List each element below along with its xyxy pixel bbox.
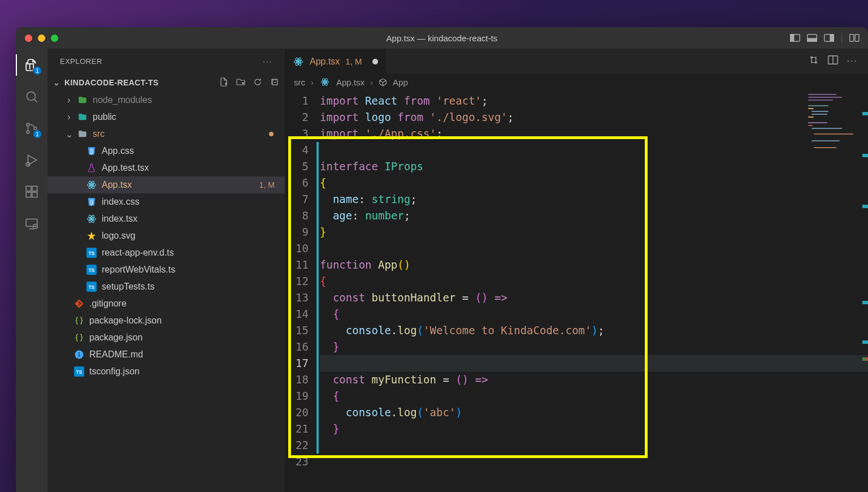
tree-file[interactable]: TSreact-app-env.d.ts xyxy=(47,244,285,261)
zoom-window-icon[interactable] xyxy=(51,34,58,42)
svg-point-49 xyxy=(324,81,326,83)
react-icon xyxy=(86,213,97,225)
tree-file[interactable]: App.tsx1, M xyxy=(47,176,285,193)
overview-ruler[interactable] xyxy=(862,92,868,492)
svg-point-9 xyxy=(27,123,29,126)
tree-file[interactable]: TSreportWebVitals.ts xyxy=(47,261,285,278)
ts-icon: TS xyxy=(86,247,97,258)
react-icon xyxy=(319,76,331,88)
activity-remote[interactable] xyxy=(23,215,40,232)
tree-item-label: reportWebVitals.ts xyxy=(102,265,175,275)
tree-item-label: App.tsx xyxy=(102,180,132,190)
window-controls xyxy=(25,34,58,42)
root-folder-name: KINDACODE-REACT-TS xyxy=(64,78,159,87)
svg-point-24 xyxy=(91,218,93,220)
git-icon xyxy=(73,298,85,309)
svg-rect-6 xyxy=(850,34,854,42)
activity-scm[interactable]: 1 xyxy=(23,120,40,137)
tree-file[interactable]: index.css xyxy=(47,193,285,210)
code-content[interactable]: import React from 'react';import logo fr… xyxy=(320,90,868,492)
activity-explorer[interactable]: 1 xyxy=(23,57,40,74)
tree-file[interactable]: TStsconfig.json xyxy=(47,363,285,380)
toggle-panel-icon[interactable] xyxy=(806,32,818,44)
tree-file[interactable]: TSsetupTests.ts xyxy=(47,278,285,295)
breadcrumb-src[interactable]: src xyxy=(294,77,305,87)
react-icon xyxy=(293,56,304,67)
tree-item-label: logo.svg xyxy=(102,231,136,241)
window-title: App.tsx — kindacode-react-ts xyxy=(387,33,498,43)
svg-point-42 xyxy=(298,61,300,62)
symbol-module-icon xyxy=(379,78,387,87)
css-icon xyxy=(86,145,97,157)
svg-rect-14 xyxy=(26,192,31,197)
breadcrumb-file[interactable]: App.tsx xyxy=(336,77,364,87)
tree-file[interactable]: App.css xyxy=(47,143,285,159)
tree-item-label: package-lock.json xyxy=(89,316,162,326)
explorer-sidebar: EXPLORER ··· ⌄ KINDACODE-REACT-TS ›node_… xyxy=(47,49,285,492)
tree-folder[interactable]: ›node_modules xyxy=(47,92,285,109)
tree-item-label: tsconfig.json xyxy=(89,366,140,377)
tab-app-tsx[interactable]: App.tsx 1, M xyxy=(285,49,386,74)
breadcrumbs[interactable]: src › App.tsx › App xyxy=(285,74,868,90)
breadcrumb-symbol[interactable]: App xyxy=(393,77,408,87)
close-window-icon[interactable] xyxy=(25,34,32,42)
code-editor[interactable]: 1234567891011121314151617181920212223 im… xyxy=(285,90,868,492)
tree-item-label: README.md xyxy=(89,349,143,360)
activity-bar: 1 1 xyxy=(16,49,47,492)
tree-file[interactable]: App.test.tsx xyxy=(47,159,285,176)
info-icon xyxy=(73,349,85,360)
diff-compare-icon[interactable] xyxy=(809,55,819,67)
chevron-down-icon: ⌄ xyxy=(66,129,72,140)
new-folder-icon[interactable] xyxy=(236,77,245,88)
collapse-all-icon[interactable] xyxy=(270,77,279,88)
json-icon xyxy=(73,315,85,326)
svg-rect-1 xyxy=(791,34,794,42)
svg-text:TS: TS xyxy=(89,285,95,290)
tree-item-label: public xyxy=(93,112,116,122)
svg-rect-17 xyxy=(26,219,37,226)
explorer-badge: 1 xyxy=(33,66,42,75)
svg-rect-13 xyxy=(26,186,31,191)
tree-item-label: src xyxy=(93,129,105,139)
json-icon xyxy=(73,332,85,343)
split-editor-icon[interactable] xyxy=(828,55,838,67)
tree-item-label: App.test.tsx xyxy=(102,163,149,173)
svg-rect-7 xyxy=(855,34,859,42)
activity-debug[interactable] xyxy=(23,152,40,169)
tree-file[interactable]: logo.svg xyxy=(47,227,285,244)
tree-item-label: node_modules xyxy=(93,95,152,105)
flask-icon xyxy=(86,162,97,174)
tree-item-label: package.json xyxy=(89,333,142,343)
customize-layout-icon[interactable] xyxy=(849,32,860,44)
tab-bar: App.tsx 1, M ··· xyxy=(285,49,868,74)
svg-rect-15 xyxy=(32,192,37,197)
activity-search[interactable] xyxy=(23,88,40,105)
ts-icon: TS xyxy=(73,366,85,377)
line-number-gutter: 1234567891011121314151617181920212223 xyxy=(285,90,316,492)
explorer-root[interactable]: ⌄ KINDACODE-REACT-TS xyxy=(47,74,285,92)
more-actions-icon[interactable]: ··· xyxy=(847,56,858,66)
tree-file[interactable]: README.md xyxy=(47,346,285,363)
new-file-icon[interactable] xyxy=(219,77,228,88)
svg-icon xyxy=(86,230,97,241)
explorer-more-icon[interactable]: ··· xyxy=(263,57,272,66)
tree-item-label: react-app-env.d.ts xyxy=(102,248,174,258)
toggle-secondary-side-icon[interactable] xyxy=(823,32,835,44)
minimize-window-icon[interactable] xyxy=(38,34,45,42)
title-bar: App.tsx — kindacode-react-ts xyxy=(16,27,868,49)
svg-point-10 xyxy=(27,131,29,133)
chevron-right-icon: › xyxy=(370,77,373,87)
tree-item-label: index.tsx xyxy=(102,214,137,224)
toggle-primary-side-icon[interactable] xyxy=(789,32,801,44)
tree-file[interactable]: package.json xyxy=(47,329,285,346)
tree-folder[interactable]: ›public xyxy=(47,109,285,126)
editor-actions: ··· xyxy=(809,49,868,74)
activity-extensions[interactable] xyxy=(23,183,40,200)
tree-file[interactable]: package-lock.json xyxy=(47,312,285,329)
refresh-icon[interactable] xyxy=(253,77,262,88)
tree-file[interactable]: .gitignore xyxy=(47,295,285,312)
tree-file[interactable]: index.tsx xyxy=(47,210,285,227)
modified-dot-icon xyxy=(269,132,274,136)
tree-folder[interactable]: ⌄src xyxy=(47,126,285,143)
chevron-down-icon: ⌄ xyxy=(53,78,60,87)
